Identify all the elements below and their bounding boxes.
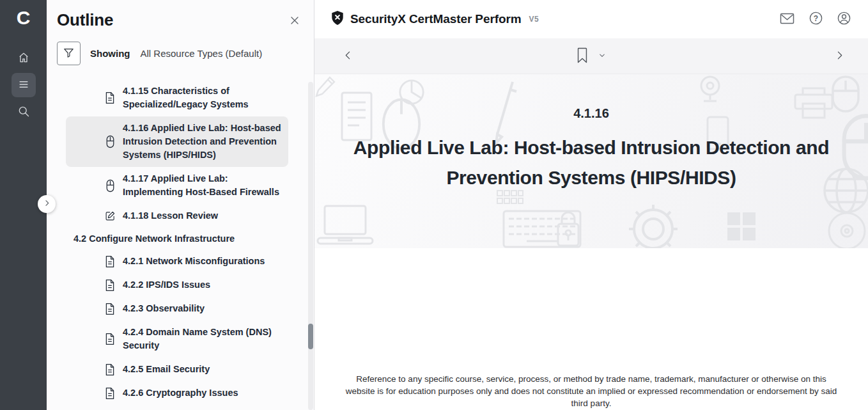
outline-list: 4.1.15 Characteristics of Specialized/Le… (47, 79, 314, 405)
outline-scrollbar-thumb[interactable] (308, 324, 313, 349)
filter-row: Showing All Resource Types (Default) (57, 42, 314, 65)
close-outline-button[interactable] (288, 14, 301, 29)
outline-item[interactable]: 4.1.18 Lesson Review (66, 204, 288, 228)
pencil-icon (314, 75, 336, 102)
document-icon (104, 387, 116, 400)
outline-item-label: 4.1.16 Applied Live Lab: Host-based Intr… (123, 122, 282, 162)
outline-item[interactable]: 4.2.2 IPS/IDS Issues (66, 273, 288, 297)
comptia-logo: C (17, 7, 31, 29)
outline-panel-title: Outline (57, 10, 113, 30)
lesson-nav-strip (314, 38, 868, 74)
outline-item-label: 4.2.4 Domain Name System (DNS) Security (123, 326, 282, 352)
home-button[interactable] (12, 46, 36, 70)
lesson-number: 4.1.16 (573, 106, 609, 121)
bookmark-menu-button[interactable] (598, 51, 607, 61)
lab-mouse-icon (104, 135, 116, 148)
disclaimer-text: Reference to any specific course, servic… (314, 248, 868, 410)
header-actions: ? (779, 11, 851, 28)
account-icon (837, 11, 851, 28)
close-icon (288, 19, 301, 29)
bookmark-button[interactable] (577, 47, 589, 65)
disc-icon (826, 210, 868, 248)
printer-icon (793, 86, 835, 120)
funnel-icon (63, 47, 75, 61)
app-version: V5 (529, 15, 539, 24)
search-button[interactable] (12, 100, 36, 124)
document-icon (104, 303, 116, 315)
lesson-banner: 4.1.16 Applied Live Lab: Host-based Intr… (314, 74, 868, 248)
search-icon (17, 105, 30, 120)
document-icon (104, 91, 116, 104)
outline-item-label: 4.2.1 Network Misconfigurations (123, 255, 265, 268)
outline-item[interactable]: 4.1.17 Applied Live Lab: Implementing Ho… (66, 167, 288, 204)
outline-item-label: 4.1.17 Applied Live Lab: Implementing Ho… (123, 172, 282, 199)
brand: SecurityX CertMaster Perform V5 (330, 10, 539, 28)
outline-list-icon (17, 78, 30, 93)
outline-item-label: 4.2.3 Observability (123, 302, 205, 315)
home-icon (17, 51, 30, 66)
outline-scrollbar-track[interactable] (308, 82, 313, 410)
svg-text:?: ? (814, 14, 818, 23)
gear-icon (626, 203, 680, 248)
chevron-right-icon (834, 50, 845, 63)
help-icon: ? (809, 11, 823, 28)
main-content: SecurityX CertMaster Perform V5 ? (314, 0, 868, 410)
messages-button[interactable] (779, 12, 795, 28)
chevron-right-icon (43, 199, 51, 209)
document-icon (104, 279, 116, 292)
windows-logo-icon (726, 211, 757, 242)
outline-item[interactable]: 4.2.6 Cryptography Issues (66, 381, 288, 405)
outline-item-label: 4.2.5 Email Security (123, 363, 210, 376)
caret-down-icon (598, 51, 607, 61)
padlock-icon (555, 207, 582, 248)
filter-value: All Resource Types (Default) (141, 48, 263, 59)
bookmark-group (577, 47, 607, 65)
outline-item[interactable]: 4.2.3 Observability (66, 297, 288, 320)
outline-item-label: 4.2.6 Cryptography Issues (123, 386, 238, 400)
outline-item[interactable]: 4.2.1 Network Misconfigurations (66, 249, 288, 273)
shield-x-logo (330, 10, 345, 28)
outline-panel: Outline Showing All Resource Types (Defa… (47, 0, 314, 410)
filter-button[interactable] (57, 42, 81, 65)
outline-item[interactable]: 4.1.16 Applied Live Lab: Host-based Intr… (66, 116, 288, 167)
laptop-icon (316, 203, 375, 247)
document-icon (104, 333, 116, 345)
edit-icon (104, 210, 116, 221)
account-button[interactable] (837, 11, 851, 28)
outline-item-label: 4.1.18 Lesson Review (123, 209, 218, 223)
outline-item[interactable]: 4.2.5 Email Security (66, 358, 288, 381)
lesson-title: Applied Live Lab: Host-based Intrusion D… (314, 132, 868, 193)
help-button[interactable]: ? (809, 11, 823, 28)
outline-item-label: 4.2.2 IPS/IDS Issues (123, 278, 210, 292)
filter-label: Showing (90, 48, 130, 59)
chevron-left-icon (343, 50, 353, 63)
outline-section-label: 4.2 Configure Network Infrastructure (66, 228, 288, 249)
document-icon (104, 255, 116, 268)
webcam-icon (696, 74, 724, 104)
app-title: SecurityX CertMaster Perform (350, 12, 522, 26)
outline-item[interactable]: 4.2.4 Domain Name System (DNS) Security (66, 320, 288, 358)
app-window: C Outline (0, 0, 868, 410)
outline-item-label: 4.1.15 Characteristics of Specialized/Le… (123, 84, 282, 111)
rail-nav (12, 46, 36, 124)
mail-icon (779, 12, 795, 28)
next-lesson-button[interactable] (834, 50, 845, 63)
lesson-body: Reference to any specific course, servic… (314, 248, 868, 410)
panel-expand-button[interactable] (38, 195, 56, 213)
computer-mouse-icon (830, 74, 862, 114)
previous-lesson-button[interactable] (343, 50, 353, 63)
bookmark-icon (577, 47, 589, 65)
outline-button[interactable] (12, 73, 36, 97)
outline-item[interactable]: 4.1.15 Characteristics of Specialized/Le… (66, 79, 288, 116)
lab-mouse-icon (104, 179, 116, 193)
app-header: SecurityX CertMaster Perform V5 ? (314, 0, 868, 38)
document-icon (104, 363, 116, 376)
